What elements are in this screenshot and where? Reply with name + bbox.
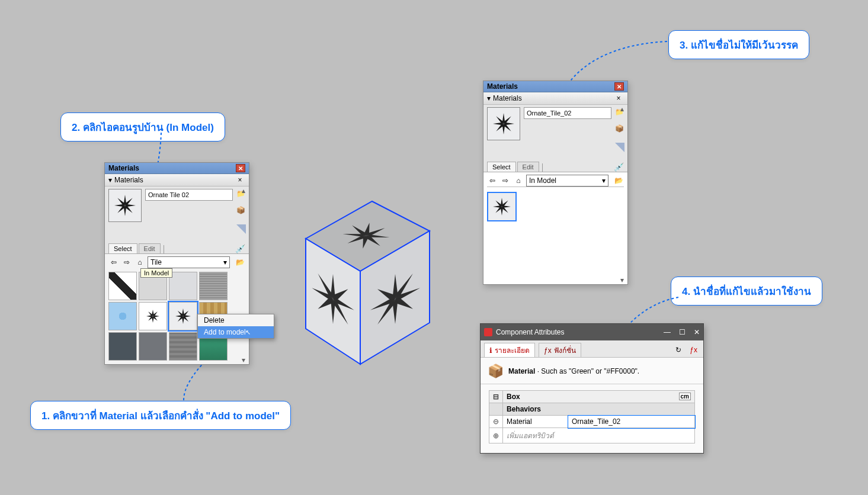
panel-title: Materials bbox=[487, 82, 518, 91]
material-preview-row bbox=[487, 107, 611, 140]
material-name-input[interactable] bbox=[145, 189, 233, 201]
component-attributes-window: Component Attributes — ☐ ✕ ℹ รายละเอียด … bbox=[480, 323, 704, 454]
unit-badge[interactable]: cm bbox=[679, 393, 691, 400]
inmodel-tile[interactable] bbox=[487, 192, 517, 221]
material-preview-row bbox=[108, 189, 233, 222]
tab-functions[interactable]: ƒx ฟังก์ชั่น bbox=[539, 343, 581, 357]
close-icon[interactable]: ✕ bbox=[614, 82, 624, 91]
panel-body: 📁 📦 bbox=[105, 187, 249, 236]
x-small-icon[interactable]: × bbox=[613, 94, 624, 103]
scroll-down-icon[interactable]: ▾ bbox=[620, 276, 624, 284]
tabs-row: Select Edit 💉 bbox=[105, 243, 249, 253]
chevron-down-icon: ▾ bbox=[223, 258, 227, 266]
collapse-icon[interactable]: ⊟ bbox=[489, 391, 503, 403]
panel-body: 📁 📦 bbox=[483, 105, 627, 155]
nav-row: ⇦ ⇨ ⌂ Tile ▾ 📂 bbox=[108, 256, 245, 268]
attr-name: Material bbox=[503, 416, 568, 428]
tab-edit[interactable]: Edit bbox=[139, 243, 161, 253]
chevron-down-icon: ▾ bbox=[602, 176, 606, 185]
tabs-row: Select Edit 💉 bbox=[483, 162, 627, 172]
tab-row: ℹ รายละเอียด ƒx ฟังก์ชั่น ↻ ƒx bbox=[481, 340, 703, 358]
tab-select-label: Select bbox=[114, 245, 132, 252]
collapse-icon[interactable]: ▾ bbox=[108, 176, 112, 184]
panel-subbar[interactable]: ▾ Materials × bbox=[483, 92, 627, 105]
nav-forward-icon[interactable]: ⇨ bbox=[121, 257, 132, 268]
library-list-area: ⇦ ⇨ ⌂ In Model ▾ 📂 bbox=[483, 172, 627, 284]
callout-1-text: 1. คลิกขวาที่ Material แล้วเลือกคำสั่ง "… bbox=[41, 410, 280, 422]
tile-thumb[interactable] bbox=[169, 272, 197, 300]
library-dropdown-value: In Model bbox=[529, 176, 556, 185]
current-material-swatch[interactable] bbox=[487, 107, 520, 140]
tile-thumb[interactable] bbox=[108, 272, 137, 300]
callout-3: 3. แก้ไขชื่อไม่ให้มีเว้นวรรค bbox=[668, 30, 809, 59]
callout-1: 1. คลิกขวาที่ Material แล้วเลือกคำสั่ง "… bbox=[30, 401, 291, 430]
scroll-up-icon[interactable]: ▴ bbox=[242, 187, 245, 195]
add-row-icon[interactable]: ⊕ bbox=[489, 428, 503, 443]
tab-detail-label: รายละเอียด bbox=[495, 345, 530, 356]
add-attribute-label: เพิ่มแอตทริบิวต์ bbox=[507, 432, 554, 440]
maximize-icon[interactable]: ☐ bbox=[679, 328, 686, 336]
hint-rest: · Such as "Green" or "#FF0000". bbox=[535, 367, 639, 375]
remove-row-icon[interactable]: ⊖ bbox=[489, 416, 503, 428]
tab-select[interactable]: Select bbox=[487, 162, 516, 172]
scroll-down-icon[interactable]: ▾ bbox=[242, 356, 245, 364]
in-model-icon[interactable]: ⌂ bbox=[134, 257, 145, 268]
add-attribute-row[interactable]: ⊕ เพิ่มแอตทริบิวต์ bbox=[489, 428, 695, 443]
tab-detail[interactable]: ℹ รายละเอียด bbox=[484, 343, 535, 357]
tile-thumb[interactable] bbox=[108, 332, 137, 361]
tab-select[interactable]: Select bbox=[108, 243, 137, 253]
nav-row: ⇦ ⇨ ⌂ In Model ▾ 📂 bbox=[487, 175, 624, 187]
attribute-hint-text: Material · Such as "Green" or "#FF0000". bbox=[508, 367, 639, 375]
close-icon[interactable]: ✕ bbox=[694, 328, 700, 336]
callout-2: 2. คลิกไอคอนรูปบ้าน (In Model) bbox=[60, 112, 225, 142]
fx-icon: ƒx bbox=[544, 346, 552, 355]
tab-edit-label: Edit bbox=[523, 163, 534, 171]
fx-toggle-icon[interactable]: ƒx bbox=[690, 346, 697, 354]
scroll-up-icon[interactable]: ▴ bbox=[620, 105, 624, 113]
library-dropdown-value: Tile bbox=[150, 258, 162, 266]
tile-thumb[interactable] bbox=[139, 302, 167, 330]
minimize-icon[interactable]: — bbox=[664, 328, 671, 336]
tile-thumb[interactable] bbox=[108, 302, 137, 330]
attribute-row-material[interactable]: ⊖ Material Ornate_Tile_02 bbox=[489, 416, 695, 428]
panel-subtitle: Materials bbox=[493, 94, 522, 102]
in-model-icon[interactable]: ⌂ bbox=[513, 175, 524, 186]
attr-value-input[interactable]: Ornate_Tile_02 bbox=[568, 416, 695, 428]
collapse-icon[interactable]: ▾ bbox=[487, 94, 491, 102]
tile-thumb[interactable] bbox=[199, 272, 228, 300]
add-attribute-label-cell: เพิ่มแอตทริบิวต์ bbox=[503, 428, 695, 443]
close-icon[interactable]: ✕ bbox=[236, 164, 245, 172]
library-list-area: ⇦ ⇨ ⌂ Tile ▾ 📂 bbox=[105, 253, 249, 364]
window-titlebar[interactable]: Component Attributes — ☐ ✕ bbox=[481, 324, 703, 340]
x-small-icon[interactable]: × bbox=[235, 175, 245, 185]
component-icon: 📦 bbox=[488, 364, 504, 379]
nav-back-icon[interactable]: ⇦ bbox=[487, 175, 498, 186]
context-menu: Delete Add to model ↖ bbox=[197, 314, 274, 339]
attribute-body: ⊟ Box cm Behaviors ⊖ Material Ornate_Til… bbox=[481, 384, 703, 453]
material-name-input[interactable] bbox=[524, 107, 611, 119]
behaviors-header: Behaviors bbox=[503, 403, 695, 416]
tile-thumb-selected[interactable] bbox=[169, 302, 197, 330]
context-add-to-model[interactable]: Add to model ↖ bbox=[198, 326, 274, 338]
panel-subbar[interactable]: ▾ Materials × bbox=[105, 174, 249, 187]
panel-scroll[interactable]: ▴▾ bbox=[618, 105, 626, 284]
tab-edit[interactable]: Edit bbox=[517, 162, 539, 172]
tab-functions-label: ฟังก์ชั่น bbox=[554, 345, 576, 356]
callout-4-text: 4. นำชื่อที่แก้ไขแล้วมาใช้งาน bbox=[682, 286, 811, 297]
panel-titlebar[interactable]: Materials ✕ bbox=[483, 81, 627, 92]
current-material-swatch[interactable] bbox=[108, 189, 142, 222]
library-dropdown[interactable]: Tile ▾ bbox=[148, 256, 230, 268]
panel-titlebar[interactable]: Materials ✕ bbox=[105, 163, 249, 174]
head-label: Box bbox=[507, 393, 520, 401]
nav-forward-icon[interactable]: ⇨ bbox=[500, 175, 511, 186]
library-dropdown[interactable]: In Model ▾ bbox=[526, 175, 608, 187]
tile-thumb[interactable] bbox=[169, 332, 197, 361]
nav-back-icon[interactable]: ⇦ bbox=[108, 257, 119, 268]
context-delete[interactable]: Delete bbox=[198, 314, 274, 326]
tile-thumb[interactable] bbox=[139, 332, 167, 361]
attr-name-label: Material bbox=[507, 417, 532, 426]
window-title: Component Attributes bbox=[496, 328, 564, 336]
attribute-hint: 📦 Material · Such as "Green" or "#FF0000… bbox=[481, 358, 703, 384]
refresh-icon[interactable]: ↻ bbox=[675, 346, 681, 354]
in-model-tooltip-text: In Model bbox=[144, 269, 169, 277]
